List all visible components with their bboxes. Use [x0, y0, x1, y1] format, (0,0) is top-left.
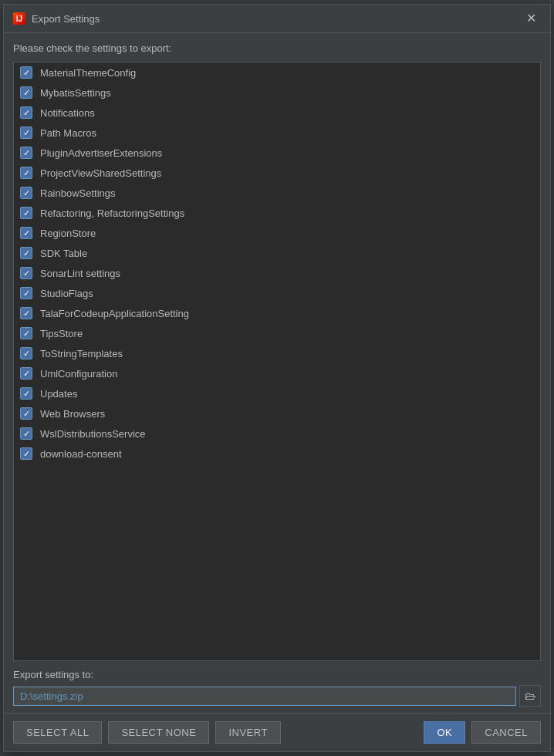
checkbox: ✓ [20, 127, 32, 139]
checkmark-icon: ✓ [23, 269, 30, 278]
checkbox: ✓ [20, 66, 32, 79]
list-item[interactable]: ✓StudioFlags [14, 283, 540, 303]
checkbox: ✓ [20, 347, 32, 359]
select-all-button[interactable]: SELECT ALL [13, 721, 102, 744]
list-item[interactable]: ✓Notifications [14, 103, 540, 123]
export-label: Export settings to: [13, 669, 541, 680]
setting-label: PluginAdvertiserExtensions [40, 147, 162, 159]
checkbox: ✓ [20, 287, 32, 299]
invert-button[interactable]: INVERT [215, 721, 280, 744]
checkmark-icon: ✓ [23, 149, 30, 157]
setting-label: ToStringTemplates [40, 348, 123, 359]
checkmark-icon: ✓ [23, 129, 30, 137]
setting-label: Updates [40, 388, 77, 400]
checkmark-icon: ✓ [23, 189, 30, 197]
list-item[interactable]: ✓PluginAdvertiserExtensions [14, 143, 540, 163]
setting-label: Path Macros [40, 127, 96, 139]
checkmark-icon: ✓ [23, 249, 30, 258]
checkmark-icon: ✓ [23, 349, 30, 358]
checkbox: ✓ [20, 167, 32, 179]
checkmark-icon: ✓ [23, 450, 30, 458]
checkbox: ✓ [20, 247, 32, 259]
checkbox: ✓ [20, 407, 32, 420]
browse-button[interactable]: 🗁 [519, 685, 541, 707]
checkbox: ✓ [20, 307, 32, 319]
dialog-body: Please check the settings to export: ✓Ma… [4, 33, 550, 713]
list-item[interactable]: ✓SonarLint settings [14, 263, 540, 283]
setting-label: MybatisSettings [40, 87, 111, 99]
setting-label: StudioFlags [40, 288, 93, 299]
close-button[interactable]: ✕ [522, 11, 541, 26]
checkmark-icon: ✓ [23, 229, 30, 238]
list-item[interactable]: ✓Path Macros [14, 123, 540, 143]
setting-label: MaterialThemeConfig [40, 67, 136, 79]
checkbox: ✓ [20, 367, 32, 380]
checkmark-icon: ✓ [23, 390, 30, 398]
checkmark-icon: ✓ [23, 329, 30, 338]
export-path-input[interactable] [13, 687, 516, 706]
export-section: Export settings to: 🗁 [13, 661, 541, 713]
cancel-button[interactable]: CANCEL [471, 721, 541, 744]
list-item[interactable]: ✓RegionStore [14, 223, 540, 243]
setting-label: SDK Table [40, 248, 87, 259]
checkbox: ✓ [20, 227, 32, 239]
list-item[interactable]: ✓Refactoring, RefactoringSettings [14, 203, 540, 223]
setting-label: UmlConfiguration [40, 368, 117, 380]
checkmark-icon: ✓ [23, 289, 30, 298]
setting-label: ProjectViewSharedSettings [40, 167, 161, 179]
list-item[interactable]: ✓SDK Table [14, 243, 540, 263]
folder-icon: 🗁 [525, 690, 535, 702]
export-settings-dialog: IJ Export Settings ✕ Please check the se… [3, 4, 551, 752]
list-item[interactable]: ✓download-consent [14, 444, 540, 464]
setting-label: TipsStore [40, 328, 83, 339]
list-item[interactable]: ✓WslDistributionsService [14, 424, 540, 444]
export-path-row: 🗁 [13, 685, 541, 707]
list-item[interactable]: ✓ToStringTemplates [14, 343, 540, 363]
checkmark-icon: ✓ [23, 309, 30, 318]
checkbox: ✓ [20, 267, 32, 279]
checkmark-icon: ✓ [23, 430, 30, 438]
checkmark-icon: ✓ [23, 410, 30, 418]
setting-label: Notifications [40, 107, 95, 119]
setting-label: RegionStore [40, 228, 96, 239]
list-item[interactable]: ✓UmlConfiguration [14, 363, 540, 383]
checkbox: ✓ [20, 387, 32, 400]
setting-label: RainbowSettings [40, 187, 116, 199]
instruction-text: Please check the settings to export: [13, 42, 541, 54]
checkbox: ✓ [20, 427, 32, 440]
checkmark-icon: ✓ [23, 209, 30, 218]
checkbox: ✓ [20, 106, 32, 119]
list-item[interactable]: ✓MaterialThemeConfig [14, 62, 540, 83]
title-bar: IJ Export Settings ✕ [4, 5, 550, 33]
setting-label: TalaForCodeupApplicationSetting [40, 308, 189, 319]
dialog-footer: SELECT ALL SELECT NONE INVERT OK CANCEL [4, 713, 550, 751]
list-item[interactable]: ✓ProjectViewSharedSettings [14, 163, 540, 183]
list-item[interactable]: ✓TipsStore [14, 323, 540, 343]
setting-label: download-consent [40, 448, 122, 460]
app-icon: IJ [13, 12, 25, 25]
checkmark-icon: ✓ [23, 69, 30, 77]
checkmark-icon: ✓ [23, 169, 30, 177]
list-item[interactable]: ✓TalaForCodeupApplicationSetting [14, 303, 540, 323]
checkbox: ✓ [20, 447, 32, 460]
list-item[interactable]: ✓Updates [14, 383, 540, 403]
title-bar-left: IJ Export Settings [13, 12, 100, 25]
settings-list: ✓MaterialThemeConfig✓MybatisSettings✓Not… [13, 62, 541, 661]
setting-label: WslDistributionsService [40, 428, 146, 440]
setting-label: Web Browsers [40, 408, 105, 420]
select-none-button[interactable]: SELECT NONE [108, 721, 209, 744]
checkbox: ✓ [20, 86, 32, 99]
checkmark-icon: ✓ [23, 89, 30, 97]
checkbox: ✓ [20, 147, 32, 159]
setting-label: Refactoring, RefactoringSettings [40, 208, 184, 219]
checkmark-icon: ✓ [23, 109, 30, 117]
dialog-title: Export Settings [32, 13, 100, 25]
list-item[interactable]: ✓Web Browsers [14, 403, 540, 424]
checkmark-icon: ✓ [23, 370, 30, 378]
list-item[interactable]: ✓RainbowSettings [14, 183, 540, 203]
checkbox: ✓ [20, 187, 32, 199]
checkbox: ✓ [20, 327, 32, 339]
setting-label: SonarLint settings [40, 268, 120, 279]
ok-button[interactable]: OK [424, 721, 465, 744]
list-item[interactable]: ✓MybatisSettings [14, 83, 540, 103]
